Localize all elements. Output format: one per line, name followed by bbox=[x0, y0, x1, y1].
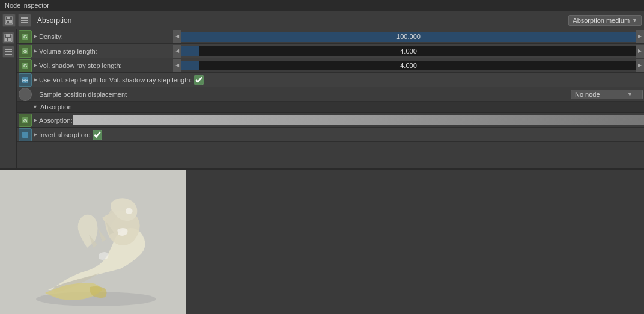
density-slider-track[interactable]: 100.000 bbox=[181, 32, 636, 42]
sample-position-row: ▶ Sample position displacement No node ▼ bbox=[17, 87, 644, 102]
use-vol-step-expand-icon[interactable]: ▶ bbox=[34, 77, 37, 82]
vol-shadow-slider-left[interactable]: ◀ bbox=[173, 59, 181, 72]
dropdown-arrow-icon: ▼ bbox=[632, 17, 637, 23]
density-row: G ▶ Density: ◀ 100.000 ▶ bbox=[17, 29, 644, 44]
density-label: Density: bbox=[39, 33, 63, 40]
absorption-section-header: ▼ Absorption bbox=[17, 102, 644, 113]
properties-panel: G ▶ Density: ◀ 100.000 ▶ bbox=[17, 29, 644, 168]
density-slider-right[interactable]: ▶ bbox=[636, 30, 644, 43]
svg-text:G: G bbox=[23, 118, 27, 123]
absorption-section-title: Absorption bbox=[40, 103, 72, 111]
vol-shadow-ray-row: G ▶ Vol. shadow ray step length: ◀ 4.000… bbox=[17, 58, 644, 73]
svg-rect-4 bbox=[21, 17, 28, 19]
no-node-dropdown[interactable]: No node ▼ bbox=[571, 90, 643, 99]
use-vol-step-label: Use Vol. step length for Vol. shadow ray… bbox=[39, 76, 192, 84]
vol-shadow-slider-track[interactable]: 4.000 bbox=[181, 61, 636, 70]
volume-step-expand-icon[interactable]: ▶ bbox=[34, 48, 37, 54]
vol-shadow-icon: G bbox=[19, 59, 32, 72]
sample-pos-label: Sample position displacement bbox=[39, 91, 127, 98]
sample-pos-icon bbox=[19, 88, 32, 101]
svg-rect-24 bbox=[22, 132, 28, 138]
density-expand-icon[interactable]: ▶ bbox=[34, 34, 37, 39]
absorption-color-bar[interactable] bbox=[73, 115, 644, 125]
absorption-medium-dropdown[interactable]: Absorption medium ▼ bbox=[568, 15, 642, 26]
node-name-label: Absorption bbox=[34, 16, 566, 25]
invert-absorption-expand-icon[interactable]: ▶ bbox=[34, 132, 37, 137]
vol-shadow-slider-fill bbox=[181, 61, 199, 70]
svg-text:G: G bbox=[23, 63, 27, 69]
svg-rect-8 bbox=[6, 34, 10, 37]
absorption-color-icon: G bbox=[19, 114, 32, 127]
absorption-color-label: Absorption: bbox=[39, 117, 73, 124]
volume-step-slider-track[interactable]: 4.000 bbox=[181, 46, 636, 56]
svg-rect-5 bbox=[21, 20, 28, 21]
absorption-color-expand-icon[interactable]: ▶ bbox=[34, 117, 37, 123]
preview-empty-space bbox=[186, 170, 644, 314]
svg-rect-11 bbox=[5, 49, 12, 50]
volume-step-slider-fill bbox=[181, 46, 199, 56]
invert-absorption-row: ▶ Invert absorption: bbox=[17, 128, 644, 142]
svg-rect-10 bbox=[7, 38, 8, 41]
density-slider-left[interactable]: ◀ bbox=[173, 30, 181, 43]
svg-rect-3 bbox=[7, 21, 9, 23]
invert-absorption-checkbox[interactable] bbox=[93, 130, 102, 140]
vol-shadow-expand-icon[interactable]: ▶ bbox=[34, 63, 37, 68]
toolbar-view-icon[interactable] bbox=[18, 14, 31, 27]
absorption-section-expand-icon[interactable]: ▼ bbox=[32, 104, 38, 110]
invert-absorption-label: Invert absorption: bbox=[39, 131, 90, 138]
no-node-value: No node bbox=[575, 91, 600, 98]
toolbar-save-icon[interactable] bbox=[2, 14, 16, 27]
title-label: Node inspector bbox=[5, 2, 49, 9]
svg-rect-1 bbox=[7, 17, 10, 19]
volume-step-icon: G bbox=[19, 45, 32, 58]
sidebar-save-icon[interactable] bbox=[2, 32, 14, 44]
volume-step-label: Volume step length: bbox=[39, 48, 97, 55]
density-icon: G bbox=[19, 30, 32, 43]
svg-text:G: G bbox=[23, 34, 27, 40]
svg-text:HH: HH bbox=[22, 78, 28, 82]
title-bar: Node inspector bbox=[0, 0, 644, 11]
use-vol-step-row: HH ▶ Use Vol. step length for Vol. shado… bbox=[17, 73, 644, 87]
density-slider-fill bbox=[181, 32, 636, 42]
use-vol-step-checkbox[interactable] bbox=[194, 75, 204, 85]
volume-step-row: G ▶ Volume step length: ◀ 4.000 ▶ bbox=[17, 44, 644, 58]
vol-shadow-value: 4.000 bbox=[181, 62, 636, 69]
sidebar-list-icon[interactable] bbox=[2, 46, 14, 58]
svg-rect-6 bbox=[21, 22, 28, 23]
no-node-arrow-icon: ▼ bbox=[627, 91, 633, 97]
dragon-preview bbox=[0, 170, 186, 314]
volume-step-slider-left[interactable]: ◀ bbox=[173, 45, 181, 58]
absorption-color-row: G ▶ Absorption: bbox=[17, 113, 644, 128]
svg-text:G: G bbox=[23, 49, 27, 54]
invert-absorption-icon bbox=[19, 128, 32, 141]
inspector-wrapper: Node inspector Absorption Absorption med… bbox=[0, 0, 644, 314]
svg-rect-12 bbox=[5, 51, 12, 52]
vol-shadow-label: Vol. shadow ray step length: bbox=[39, 62, 122, 69]
use-vol-step-icon: HH bbox=[19, 73, 32, 87]
vol-shadow-slider-right[interactable]: ▶ bbox=[636, 59, 644, 72]
volume-step-slider-right[interactable]: ▶ bbox=[636, 45, 644, 58]
volume-step-value: 4.000 bbox=[181, 48, 636, 55]
left-sidebar bbox=[0, 29, 17, 168]
svg-rect-13 bbox=[5, 54, 12, 55]
